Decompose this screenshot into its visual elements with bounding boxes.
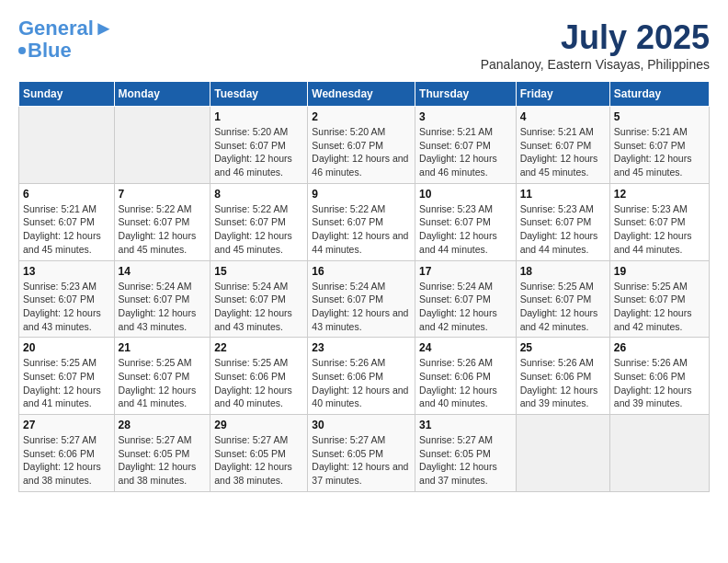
calendar-cell [114, 107, 210, 184]
calendar-cell: 26 Sunrise: 5:26 AM Sunset: 6:06 PM Dayl… [609, 338, 709, 415]
day-number: 1 [214, 110, 303, 123]
calendar-week-row: 1 Sunrise: 5:20 AM Sunset: 6:07 PM Dayli… [19, 107, 710, 184]
weekday-header: Tuesday [210, 82, 308, 107]
day-info: Sunrise: 5:25 AM Sunset: 6:07 PM Dayligh… [119, 356, 207, 410]
day-info: Sunrise: 5:21 AM Sunset: 6:07 PM Dayligh… [23, 202, 110, 257]
day-info: Sunrise: 5:27 AM Sunset: 6:05 PM Dayligh… [119, 433, 207, 488]
day-number: 30 [312, 419, 411, 431]
location: Panalanoy, Eastern Visayas, Philippines [481, 57, 710, 72]
day-info: Sunrise: 5:21 AM Sunset: 6:07 PM Dayligh… [520, 125, 606, 179]
calendar-cell: 10 Sunrise: 5:23 AM Sunset: 6:07 PM Dayl… [415, 183, 517, 260]
calendar-cell [516, 415, 609, 492]
calendar-cell: 24 Sunrise: 5:26 AM Sunset: 6:06 PM Dayl… [415, 338, 517, 415]
day-number: 31 [419, 419, 512, 431]
day-info: Sunrise: 5:26 AM Sunset: 6:06 PM Dayligh… [312, 356, 411, 410]
day-number: 19 [614, 265, 705, 278]
day-info: Sunrise: 5:20 AM Sunset: 6:07 PM Dayligh… [312, 125, 411, 179]
month-title: July 2025 [481, 18, 710, 57]
calendar-cell: 18 Sunrise: 5:25 AM Sunset: 6:07 PM Dayl… [516, 260, 609, 338]
calendar-cell: 4 Sunrise: 5:21 AM Sunset: 6:07 PM Dayli… [516, 107, 609, 184]
day-number: 24 [419, 341, 512, 354]
day-info: Sunrise: 5:22 AM Sunset: 6:07 PM Dayligh… [119, 202, 207, 257]
day-info: Sunrise: 5:20 AM Sunset: 6:07 PM Dayligh… [214, 125, 303, 179]
day-number: 17 [419, 265, 512, 278]
calendar-week-row: 6 Sunrise: 5:21 AM Sunset: 6:07 PM Dayli… [19, 183, 710, 260]
calendar-cell: 23 Sunrise: 5:26 AM Sunset: 6:06 PM Dayl… [308, 338, 415, 415]
day-info: Sunrise: 5:27 AM Sunset: 6:05 PM Dayligh… [312, 433, 411, 488]
calendar-cell [609, 415, 709, 492]
day-number: 13 [23, 265, 110, 278]
calendar-cell: 13 Sunrise: 5:23 AM Sunset: 6:07 PM Dayl… [19, 260, 115, 338]
logo: General► Blue [18, 18, 114, 63]
weekday-header: Sunday [19, 82, 115, 107]
day-number: 6 [23, 188, 110, 201]
calendar-cell: 17 Sunrise: 5:24 AM Sunset: 6:07 PM Dayl… [415, 260, 517, 338]
day-number: 3 [419, 110, 512, 123]
day-number: 7 [119, 188, 207, 201]
day-number: 25 [520, 341, 606, 354]
calendar-cell: 15 Sunrise: 5:24 AM Sunset: 6:07 PM Dayl… [210, 260, 308, 338]
calendar-cell: 31 Sunrise: 5:27 AM Sunset: 6:05 PM Dayl… [415, 415, 517, 492]
day-info: Sunrise: 5:21 AM Sunset: 6:07 PM Dayligh… [419, 125, 512, 179]
day-info: Sunrise: 5:23 AM Sunset: 6:07 PM Dayligh… [23, 280, 110, 334]
logo-blue: Blue [28, 39, 72, 63]
calendar-cell: 16 Sunrise: 5:24 AM Sunset: 6:07 PM Dayl… [308, 260, 415, 338]
calendar-cell [19, 107, 115, 184]
calendar-cell: 20 Sunrise: 5:25 AM Sunset: 6:07 PM Dayl… [19, 338, 115, 415]
day-info: Sunrise: 5:25 AM Sunset: 6:07 PM Dayligh… [614, 280, 705, 334]
calendar-cell: 3 Sunrise: 5:21 AM Sunset: 6:07 PM Dayli… [415, 107, 517, 184]
calendar-cell: 7 Sunrise: 5:22 AM Sunset: 6:07 PM Dayli… [114, 183, 210, 260]
day-number: 26 [614, 341, 705, 354]
day-number: 9 [312, 188, 411, 201]
day-info: Sunrise: 5:24 AM Sunset: 6:07 PM Dayligh… [119, 280, 207, 334]
day-number: 27 [23, 419, 110, 431]
day-number: 2 [312, 110, 411, 123]
calendar-cell: 5 Sunrise: 5:21 AM Sunset: 6:07 PM Dayli… [609, 107, 709, 184]
day-number: 5 [614, 110, 705, 123]
day-number: 20 [23, 341, 110, 354]
calendar-week-row: 27 Sunrise: 5:27 AM Sunset: 6:06 PM Dayl… [19, 415, 710, 492]
day-number: 10 [419, 188, 512, 201]
calendar-cell: 19 Sunrise: 5:25 AM Sunset: 6:07 PM Dayl… [609, 260, 709, 338]
calendar-cell: 12 Sunrise: 5:23 AM Sunset: 6:07 PM Dayl… [609, 183, 709, 260]
day-info: Sunrise: 5:27 AM Sunset: 6:06 PM Dayligh… [23, 433, 110, 488]
weekday-header: Thursday [415, 82, 517, 107]
day-number: 23 [312, 341, 411, 354]
day-info: Sunrise: 5:25 AM Sunset: 6:07 PM Dayligh… [520, 280, 606, 334]
day-info: Sunrise: 5:23 AM Sunset: 6:07 PM Dayligh… [614, 202, 705, 257]
calendar-cell: 29 Sunrise: 5:27 AM Sunset: 6:05 PM Dayl… [210, 415, 308, 492]
day-info: Sunrise: 5:27 AM Sunset: 6:05 PM Dayligh… [214, 433, 303, 488]
day-number: 29 [214, 419, 303, 431]
day-info: Sunrise: 5:27 AM Sunset: 6:05 PM Dayligh… [419, 433, 512, 488]
calendar-cell: 30 Sunrise: 5:27 AM Sunset: 6:05 PM Dayl… [308, 415, 415, 492]
day-info: Sunrise: 5:25 AM Sunset: 6:07 PM Dayligh… [23, 356, 110, 410]
page-header: General► Blue July 2025 Panalanoy, Easte… [18, 18, 710, 72]
weekday-header: Monday [114, 82, 210, 107]
day-info: Sunrise: 5:22 AM Sunset: 6:07 PM Dayligh… [312, 202, 411, 257]
day-number: 15 [214, 265, 303, 278]
calendar-cell: 2 Sunrise: 5:20 AM Sunset: 6:07 PM Dayli… [308, 107, 415, 184]
calendar-cell: 28 Sunrise: 5:27 AM Sunset: 6:05 PM Dayl… [114, 415, 210, 492]
day-number: 28 [119, 419, 207, 431]
calendar-table: SundayMondayTuesdayWednesdayThursdayFrid… [18, 81, 710, 492]
calendar-cell: 6 Sunrise: 5:21 AM Sunset: 6:07 PM Dayli… [19, 183, 115, 260]
calendar-cell: 22 Sunrise: 5:25 AM Sunset: 6:06 PM Dayl… [210, 338, 308, 415]
day-info: Sunrise: 5:24 AM Sunset: 6:07 PM Dayligh… [214, 280, 303, 334]
calendar-cell: 1 Sunrise: 5:20 AM Sunset: 6:07 PM Dayli… [210, 107, 308, 184]
day-info: Sunrise: 5:24 AM Sunset: 6:07 PM Dayligh… [419, 280, 512, 334]
weekday-header: Saturday [609, 82, 709, 107]
day-number: 8 [214, 188, 303, 201]
calendar-cell: 27 Sunrise: 5:27 AM Sunset: 6:06 PM Dayl… [19, 415, 115, 492]
weekday-header: Wednesday [308, 82, 415, 107]
day-number: 16 [312, 265, 411, 278]
day-info: Sunrise: 5:26 AM Sunset: 6:06 PM Dayligh… [419, 356, 512, 410]
day-info: Sunrise: 5:23 AM Sunset: 6:07 PM Dayligh… [419, 202, 512, 257]
day-info: Sunrise: 5:25 AM Sunset: 6:06 PM Dayligh… [214, 356, 303, 410]
calendar-cell: 25 Sunrise: 5:26 AM Sunset: 6:06 PM Dayl… [516, 338, 609, 415]
calendar-week-row: 13 Sunrise: 5:23 AM Sunset: 6:07 PM Dayl… [19, 260, 710, 338]
calendar-cell: 8 Sunrise: 5:22 AM Sunset: 6:07 PM Dayli… [210, 183, 308, 260]
logo-text: General► [18, 18, 114, 39]
day-info: Sunrise: 5:24 AM Sunset: 6:07 PM Dayligh… [312, 280, 411, 334]
day-number: 11 [520, 188, 606, 201]
title-block: July 2025 Panalanoy, Eastern Visayas, Ph… [481, 18, 710, 72]
